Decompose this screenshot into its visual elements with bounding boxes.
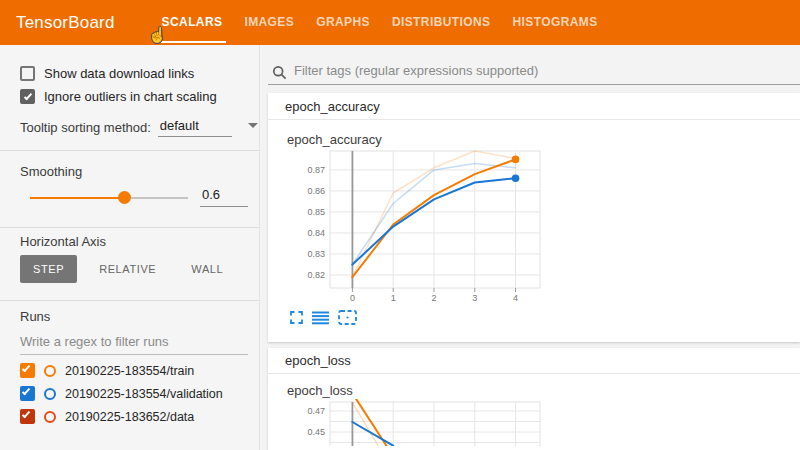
run-checkbox[interactable] <box>20 386 35 401</box>
tooltip-sorting-select[interactable]: default <box>158 117 232 137</box>
show-download-links-row: Show data download links <box>20 65 194 82</box>
tab-bar: SCALARS IMAGES GRAPHS DISTRIBUTIONS HIST… <box>151 0 609 45</box>
chart-toolbar <box>290 310 357 325</box>
svg-text:0.84: 0.84 <box>307 228 325 238</box>
run-color-circle-icon[interactable] <box>44 411 56 423</box>
run-row-validation: 20190225-183554/validation <box>20 385 223 402</box>
svg-text:0.82: 0.82 <box>307 270 325 280</box>
epoch-accuracy-card-body: epoch_accuracy 0.820.830.840.850.860.870… <box>268 120 800 341</box>
epoch-loss-card-header[interactable]: epoch_loss <box>268 348 800 374</box>
check-icon <box>22 387 30 396</box>
smoothing-slider-fill <box>30 197 125 199</box>
tooltip-sorting-label: Tooltip sorting method: <box>20 120 151 135</box>
run-row-data: 20190225-183652/data <box>20 408 194 425</box>
app-header: TensorBoard SCALARS IMAGES GRAPHS DISTRI… <box>0 0 800 45</box>
divider <box>0 227 259 228</box>
show-download-links-checkbox[interactable] <box>20 66 35 81</box>
run-row-train: 20190225-183554/train <box>20 362 194 379</box>
divider <box>0 150 259 151</box>
ignore-outliers-label: Ignore outliers in chart scaling <box>44 89 217 104</box>
search-icon <box>272 65 287 80</box>
smoothing-slider-thumb[interactable] <box>118 191 131 204</box>
smoothing-label: Smoothing <box>20 164 82 179</box>
tooltip-sorting-row: Tooltip sorting method: default <box>20 117 232 137</box>
ignore-outliers-row: Ignore outliers in chart scaling <box>20 88 217 105</box>
chart-title: epoch_loss <box>287 383 548 398</box>
relative-button[interactable]: RELATIVE <box>86 255 169 283</box>
run-label: 20190225-183652/data <box>65 410 194 424</box>
app-title: TensorBoard <box>16 13 115 33</box>
y-axis-lines-icon[interactable] <box>312 311 329 325</box>
tab-distributions[interactable]: DISTRIBUTIONS <box>381 0 502 45</box>
epoch-accuracy-chartbox: epoch_accuracy 0.820.830.840.850.860.870… <box>278 132 548 312</box>
epoch-loss-chart[interactable]: 0.470.45 <box>278 399 548 446</box>
step-button[interactable]: STEP <box>20 255 77 283</box>
fullscreen-icon[interactable] <box>290 311 303 324</box>
fit-domain-icon[interactable] <box>338 310 357 325</box>
wall-button[interactable]: WALL <box>178 255 236 283</box>
horizontal-axis-buttons: STEP RELATIVE WALL <box>20 255 245 283</box>
run-label: 20190225-183554/train <box>65 364 194 378</box>
svg-text:0.85: 0.85 <box>307 207 325 217</box>
runs-filter-input[interactable] <box>20 332 248 354</box>
epoch-accuracy-chart[interactable]: 0.820.830.840.850.860.8701234 <box>278 148 548 308</box>
runs-filter <box>20 332 248 355</box>
run-label: 20190225-183554/validation <box>65 387 223 401</box>
svg-text:0.83: 0.83 <box>307 249 325 259</box>
sidebar: Show data download links Ignore outliers… <box>0 45 260 450</box>
runs-label: Runs <box>20 309 50 324</box>
smoothing-slider[interactable] <box>30 197 188 199</box>
svg-text:0: 0 <box>350 293 355 303</box>
tensorboard-app: TensorBoard SCALARS IMAGES GRAPHS DISTRI… <box>0 0 800 450</box>
tab-histograms[interactable]: HISTOGRAMS <box>501 0 608 45</box>
horizontal-axis-label: Horizontal Axis <box>20 234 106 249</box>
tag-filter-input[interactable] <box>294 61 800 83</box>
run-checkbox[interactable] <box>20 363 35 378</box>
epoch-loss-card-body: epoch_loss 0.470.45 <box>268 374 800 450</box>
divider <box>0 300 259 301</box>
dropdown-arrow-icon <box>248 123 258 128</box>
svg-text:3: 3 <box>472 293 477 303</box>
smoothing-value[interactable]: 0.6 <box>200 187 248 207</box>
tag-filter <box>268 60 800 85</box>
epoch-loss-chartbox: epoch_loss 0.470.45 <box>278 383 548 450</box>
show-download-links-label: Show data download links <box>44 66 194 81</box>
epoch-loss-card: epoch_loss epoch_loss 0.470.45 <box>268 348 800 450</box>
run-color-circle-icon[interactable] <box>44 365 56 377</box>
svg-text:4: 4 <box>513 293 518 303</box>
epoch-accuracy-card: epoch_accuracy epoch_accuracy 0.820.830.… <box>268 93 800 342</box>
svg-text:0.87: 0.87 <box>307 165 325 175</box>
tab-graphs[interactable]: GRAPHS <box>305 0 381 45</box>
tab-images[interactable]: IMAGES <box>233 0 305 45</box>
svg-text:0.86: 0.86 <box>307 186 325 196</box>
svg-text:0.45: 0.45 <box>307 427 325 437</box>
epoch-accuracy-card-header[interactable]: epoch_accuracy <box>268 93 800 120</box>
tooltip-sorting-value: default <box>160 118 199 133</box>
main-content: epoch_accuracy epoch_accuracy 0.820.830.… <box>261 45 800 450</box>
run-checkbox[interactable] <box>20 409 35 424</box>
svg-text:0.47: 0.47 <box>307 406 325 416</box>
check-icon <box>22 364 30 373</box>
svg-text:2: 2 <box>431 293 436 303</box>
check-icon <box>22 410 30 419</box>
check-icon <box>24 92 32 101</box>
chart-title: epoch_accuracy <box>287 132 548 147</box>
run-color-circle-icon[interactable] <box>44 388 56 400</box>
ignore-outliers-checkbox[interactable] <box>20 89 35 104</box>
hand-cursor-icon: ☝ <box>148 26 167 44</box>
svg-text:1: 1 <box>391 293 396 303</box>
